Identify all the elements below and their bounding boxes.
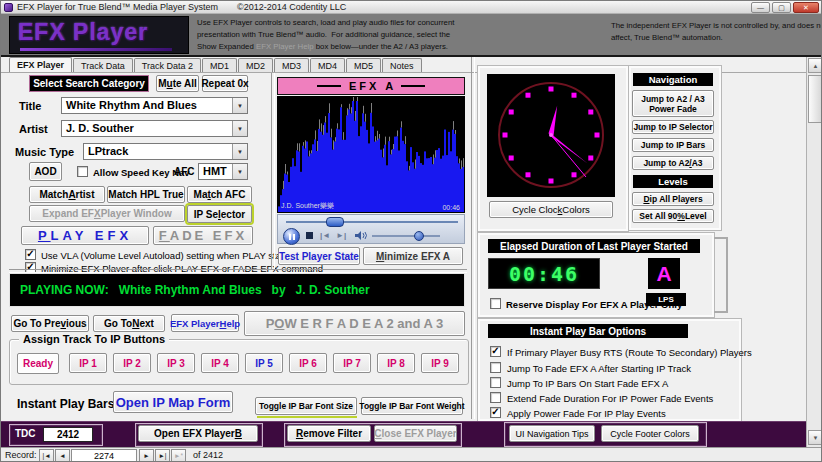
ip-2-button[interactable]: IP 2: [113, 353, 151, 373]
ip-1-button[interactable]: IP 1: [69, 353, 107, 373]
artist-label: Artist: [19, 123, 48, 135]
tab-md1[interactable]: MD1: [202, 58, 237, 72]
next-track-button[interactable]: ►|: [336, 231, 346, 240]
tab-md2[interactable]: MD2: [238, 58, 273, 72]
scroll-up-button[interactable]: ▲: [808, 58, 822, 73]
title-dropdown[interactable]: White Rhythm And Blues ▼: [61, 97, 248, 114]
ip-4-button[interactable]: IP 4: [201, 353, 239, 373]
select-search-category-button[interactable]: Select Search Category: [29, 75, 149, 92]
scrollbar-thumb[interactable]: [808, 75, 822, 123]
match-afc-button[interactable]: Match AFC: [187, 186, 252, 203]
open-efx-player-b-button[interactable]: Open EFX Player B: [138, 425, 258, 442]
ip-selector-button[interactable]: IP Selector: [187, 205, 252, 223]
record-next-button[interactable]: ►: [139, 449, 154, 462]
apply-power-fade-option-checkbox[interactable]: ✓: [490, 407, 501, 418]
record-previous-button[interactable]: ◄: [55, 449, 70, 462]
ip-6-button[interactable]: IP 6: [289, 353, 327, 373]
toggle-ip-bar-font-weight-button[interactable]: Toggle IP Bar Font Weight: [361, 397, 463, 415]
music-type-dropdown[interactable]: LPtrack ▼: [83, 143, 248, 160]
jump-to-ip-selector-button[interactable]: Jump to IP Selector: [632, 120, 714, 134]
volume-handle[interactable]: [414, 231, 424, 241]
power-fade-a2-a3-button[interactable]: P O W E R F A D E A 2 and A 3: [244, 311, 465, 336]
waveform-artist-overlay: J.D. Souther樂樂: [281, 201, 334, 211]
expand-efx-player-window-button[interactable]: Expand EFX Player Window: [29, 205, 185, 222]
seek-track[interactable]: [286, 221, 458, 223]
go-to-previous-button[interactable]: Go To Previous: [11, 315, 89, 332]
pause-icon: [293, 234, 295, 240]
check-icon: ✓: [26, 249, 34, 259]
play-efx-button[interactable]: PLAY EFX: [21, 226, 149, 245]
scroll-down-button[interactable]: ▼: [808, 430, 822, 445]
ip-5-button[interactable]: IP 5: [245, 353, 283, 373]
close-efx-player-button[interactable]: Close EFX Player: [374, 425, 457, 442]
tab-md5[interactable]: MD5: [346, 58, 381, 72]
navigation-panel-title: Navigation: [633, 73, 713, 86]
volume-track[interactable]: [372, 235, 440, 237]
tab-notes[interactable]: Notes: [382, 58, 422, 72]
record-first-button[interactable]: |◄: [39, 449, 54, 462]
match-artist-button[interactable]: Match Artist: [29, 186, 105, 203]
match-hpl-true-button[interactable]: Match HPL True: [107, 186, 185, 203]
jump-to-ip-bars-button[interactable]: Jump to IP Bars: [632, 138, 714, 152]
minimize-button[interactable]: —: [751, 2, 770, 13]
title-value: White Rhythm And Blues: [62, 98, 232, 113]
remove-filter-button[interactable]: Remove Filter: [287, 425, 371, 442]
go-to-next-button[interactable]: Go To Next: [93, 315, 165, 332]
jump-to-a2-a3-button[interactable]: Jump to A2 / A3: [632, 156, 714, 170]
tab-strip: EFX Player Track Data Track Data 2 MD1 M…: [9, 57, 423, 72]
cycle-footer-colors-button[interactable]: Cycle Footer Colors: [601, 425, 699, 442]
rts-option-checkbox[interactable]: ✓: [490, 346, 501, 357]
reserve-display-checkbox[interactable]: [490, 298, 501, 309]
afc-label: AFC: [174, 166, 195, 177]
stop-button[interactable]: [306, 232, 313, 239]
pause-button[interactable]: [283, 228, 300, 245]
ip-8-button[interactable]: IP 8: [377, 353, 415, 373]
speaker-icon[interactable]: [354, 230, 367, 241]
dropdown-arrow-icon[interactable]: ▼: [232, 164, 247, 179]
ip-3-button[interactable]: IP 3: [157, 353, 195, 373]
afc-dropdown[interactable]: HMT ▼: [198, 163, 248, 180]
efx-player-help-button[interactable]: EFX Player Help: [171, 314, 239, 332]
dropdown-arrow-icon[interactable]: ▼: [232, 98, 247, 113]
toggle-ip-bar-font-size-button[interactable]: Toggle IP Bar Font Size: [255, 397, 357, 415]
close-window-button[interactable]: ✕: [793, 2, 819, 13]
previous-track-button[interactable]: |◄: [320, 231, 330, 240]
artist-dropdown[interactable]: J. D. Souther ▼: [61, 120, 248, 137]
minimize-efx-a-button[interactable]: Minimize EFX A: [363, 247, 463, 265]
fade-efx-button[interactable]: FADE EFX: [153, 226, 253, 245]
mute-all-button[interactable]: Mute All: [156, 75, 199, 92]
dropdown-arrow-icon[interactable]: ▼: [232, 121, 247, 136]
allow-speed-key-nav-checkbox[interactable]: [77, 166, 88, 177]
record-new-button[interactable]: ►*: [171, 449, 186, 462]
record-last-button[interactable]: ►|: [155, 449, 170, 462]
seek-handle[interactable]: [326, 217, 344, 227]
cycle-clock-colors-button[interactable]: Cycle Clock Colors: [489, 201, 613, 218]
extend-fade-option-checkbox[interactable]: [490, 392, 501, 403]
jump-fade-option-checkbox[interactable]: [490, 362, 501, 373]
tab-md4[interactable]: MD4: [310, 58, 345, 72]
open-ip-map-form-button[interactable]: Open IP Map Form: [113, 391, 233, 413]
repeat-button[interactable]: Repeat 0x: [202, 75, 248, 92]
set-all-90-level-button[interactable]: Set All 90% Level: [632, 209, 714, 223]
tab-track-data[interactable]: Track Data: [73, 58, 133, 72]
clock-graphic: [487, 74, 615, 197]
ip-7-button[interactable]: IP 7: [333, 353, 371, 373]
vla-checkbox[interactable]: ✓: [25, 249, 36, 260]
dip-all-players-button[interactable]: Dip All Players: [632, 192, 714, 206]
ip-9-button[interactable]: IP 9: [421, 353, 459, 373]
test-player-state-button[interactable]: Test Player State: [278, 247, 360, 265]
dropdown-arrow-icon[interactable]: ▼: [232, 144, 247, 159]
jump-ip-bars-option-checkbox[interactable]: [490, 377, 501, 388]
ip-ready-button[interactable]: Ready: [17, 353, 59, 374]
aod-button[interactable]: AOD: [29, 162, 62, 181]
jump-to-power-fade-button[interactable]: Jump to A2 / A3 Power Fade: [632, 90, 714, 117]
vertical-scrollbar[interactable]: ▲ ▼: [806, 57, 822, 447]
record-current-input[interactable]: 2274: [71, 449, 137, 462]
tab-track-data-2[interactable]: Track Data 2: [134, 58, 201, 72]
tab-md3[interactable]: MD3: [274, 58, 309, 72]
maximize-button[interactable]: ▢: [772, 2, 791, 13]
ui-navigation-tips-button[interactable]: UI Navigation Tips: [509, 425, 595, 442]
player-letter-display: A: [648, 258, 680, 289]
vertical-divider: [471, 57, 475, 419]
tab-efx-player[interactable]: EFX Player: [9, 57, 72, 72]
